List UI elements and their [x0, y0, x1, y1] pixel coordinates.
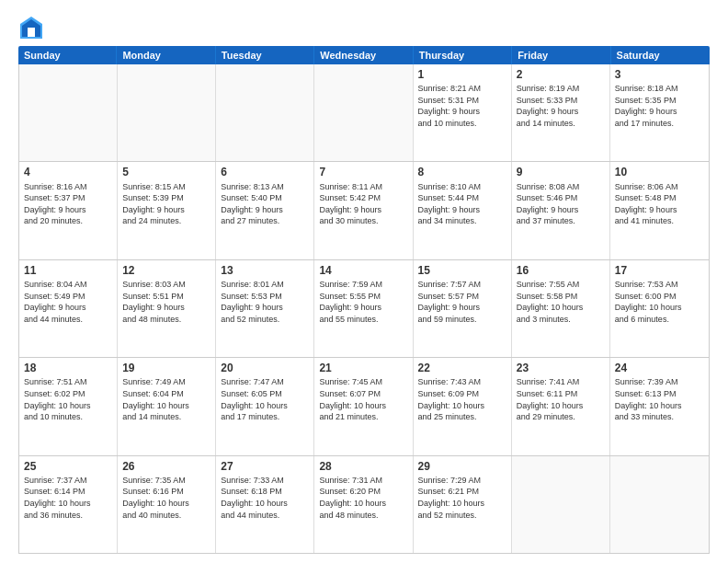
cell-text: Sunrise: 8:04 AM Sunset: 5:49 PM Dayligh…: [24, 279, 112, 325]
cal-header-monday: Monday: [117, 46, 215, 64]
cal-header-thursday: Thursday: [414, 46, 512, 64]
cell-text: Sunrise: 7:45 AM Sunset: 6:07 PM Dayligh…: [319, 376, 407, 422]
cal-header-sunday: Sunday: [18, 46, 117, 64]
day-number: 26: [122, 459, 210, 474]
cal-cell: 16Sunrise: 7:55 AM Sunset: 5:58 PM Dayli…: [512, 260, 610, 357]
day-number: 3: [615, 67, 704, 82]
cell-text: Sunrise: 8:11 AM Sunset: 5:42 PM Dayligh…: [319, 181, 407, 227]
cell-text: Sunrise: 8:16 AM Sunset: 5:37 PM Dayligh…: [24, 181, 112, 227]
cal-header-tuesday: Tuesday: [216, 46, 314, 64]
day-number: 12: [122, 263, 210, 278]
cal-cell: 10Sunrise: 8:06 AM Sunset: 5:48 PM Dayli…: [610, 162, 709, 259]
page: SundayMondayTuesdayWednesdayThursdayFrid…: [0, 0, 728, 563]
cell-text: Sunrise: 7:55 AM Sunset: 5:58 PM Dayligh…: [517, 279, 605, 325]
cal-cell: 26Sunrise: 7:35 AM Sunset: 6:16 PM Dayli…: [118, 456, 216, 553]
cell-text: Sunrise: 8:15 AM Sunset: 5:39 PM Dayligh…: [122, 181, 210, 227]
day-number: 2: [517, 67, 605, 82]
calendar-body: 1Sunrise: 8:21 AM Sunset: 5:31 PM Daylig…: [18, 64, 710, 554]
calendar: SundayMondayTuesdayWednesdayThursdayFrid…: [18, 46, 710, 554]
cell-text: Sunrise: 7:51 AM Sunset: 6:02 PM Dayligh…: [24, 376, 112, 422]
cal-cell: 29Sunrise: 7:29 AM Sunset: 6:21 PM Dayli…: [414, 456, 512, 553]
day-number: 11: [24, 263, 112, 278]
cal-cell: 15Sunrise: 7:57 AM Sunset: 5:57 PM Dayli…: [414, 260, 512, 357]
cal-cell: [610, 456, 709, 553]
cell-text: Sunrise: 8:13 AM Sunset: 5:40 PM Dayligh…: [221, 181, 309, 227]
cal-cell: 1Sunrise: 8:21 AM Sunset: 5:31 PM Daylig…: [414, 64, 512, 161]
day-number: 4: [24, 165, 112, 179]
cell-text: Sunrise: 7:35 AM Sunset: 6:16 PM Dayligh…: [122, 475, 210, 521]
cal-cell: [118, 64, 216, 161]
day-number: 18: [24, 361, 112, 375]
cal-cell: 23Sunrise: 7:41 AM Sunset: 6:11 PM Dayli…: [512, 358, 610, 454]
cal-cell: 5Sunrise: 8:15 AM Sunset: 5:39 PM Daylig…: [118, 162, 216, 259]
logo: [18, 15, 48, 40]
cal-cell: 4Sunrise: 8:16 AM Sunset: 5:37 PM Daylig…: [19, 162, 118, 259]
cal-cell: 20Sunrise: 7:47 AM Sunset: 6:05 PM Dayli…: [216, 358, 314, 454]
cell-text: Sunrise: 8:01 AM Sunset: 5:53 PM Dayligh…: [221, 279, 309, 325]
cal-cell: 14Sunrise: 7:59 AM Sunset: 5:55 PM Dayli…: [314, 260, 413, 357]
cal-week-4: 18Sunrise: 7:51 AM Sunset: 6:02 PM Dayli…: [19, 358, 709, 455]
cell-text: Sunrise: 7:59 AM Sunset: 5:55 PM Dayligh…: [319, 279, 407, 325]
cell-text: Sunrise: 7:31 AM Sunset: 6:20 PM Dayligh…: [319, 475, 407, 521]
cal-week-5: 25Sunrise: 7:37 AM Sunset: 6:14 PM Dayli…: [19, 456, 709, 553]
day-number: 6: [221, 165, 309, 179]
day-number: 20: [221, 361, 309, 375]
cell-text: Sunrise: 8:19 AM Sunset: 5:33 PM Dayligh…: [517, 83, 605, 129]
day-number: 10: [615, 165, 704, 179]
cell-text: Sunrise: 7:37 AM Sunset: 6:14 PM Dayligh…: [24, 475, 112, 521]
day-number: 22: [418, 361, 506, 375]
cal-cell: 6Sunrise: 8:13 AM Sunset: 5:40 PM Daylig…: [216, 162, 314, 259]
cal-cell: 2Sunrise: 8:19 AM Sunset: 5:33 PM Daylig…: [512, 64, 610, 161]
cell-text: Sunrise: 7:57 AM Sunset: 5:57 PM Dayligh…: [418, 279, 506, 325]
cal-cell: 24Sunrise: 7:39 AM Sunset: 6:13 PM Dayli…: [610, 358, 709, 454]
day-number: 27: [221, 459, 309, 474]
day-number: 8: [418, 165, 506, 179]
cell-text: Sunrise: 8:08 AM Sunset: 5:46 PM Dayligh…: [517, 181, 605, 227]
cal-cell: 8Sunrise: 8:10 AM Sunset: 5:44 PM Daylig…: [414, 162, 512, 259]
calendar-header-row: SundayMondayTuesdayWednesdayThursdayFrid…: [18, 46, 710, 64]
day-number: 29: [418, 459, 506, 474]
day-number: 16: [517, 263, 605, 278]
day-number: 5: [122, 165, 210, 179]
day-number: 28: [319, 459, 407, 474]
day-number: 15: [418, 263, 506, 278]
cal-header-friday: Friday: [512, 46, 610, 64]
cell-text: Sunrise: 8:03 AM Sunset: 5:51 PM Dayligh…: [122, 279, 210, 325]
cell-text: Sunrise: 8:10 AM Sunset: 5:44 PM Dayligh…: [418, 181, 506, 227]
cal-cell: 11Sunrise: 8:04 AM Sunset: 5:49 PM Dayli…: [19, 260, 118, 357]
cal-cell: [19, 64, 118, 161]
cell-text: Sunrise: 8:21 AM Sunset: 5:31 PM Dayligh…: [418, 83, 506, 129]
cal-cell: 28Sunrise: 7:31 AM Sunset: 6:20 PM Dayli…: [314, 456, 413, 553]
day-number: 19: [122, 361, 210, 375]
cal-cell: 18Sunrise: 7:51 AM Sunset: 6:02 PM Dayli…: [19, 358, 118, 454]
cell-text: Sunrise: 7:49 AM Sunset: 6:04 PM Dayligh…: [122, 376, 210, 422]
cell-text: Sunrise: 7:29 AM Sunset: 6:21 PM Dayligh…: [418, 475, 506, 521]
cal-cell: 21Sunrise: 7:45 AM Sunset: 6:07 PM Dayli…: [314, 358, 413, 454]
cal-cell: 9Sunrise: 8:08 AM Sunset: 5:46 PM Daylig…: [512, 162, 610, 259]
day-number: 17: [615, 263, 704, 278]
cal-header-saturday: Saturday: [611, 46, 710, 64]
day-number: 13: [221, 263, 309, 278]
day-number: 9: [517, 165, 605, 179]
cal-week-1: 1Sunrise: 8:21 AM Sunset: 5:31 PM Daylig…: [19, 64, 709, 162]
cell-text: Sunrise: 7:39 AM Sunset: 6:13 PM Dayligh…: [615, 376, 704, 422]
cal-cell: 17Sunrise: 7:53 AM Sunset: 6:00 PM Dayli…: [610, 260, 709, 357]
cal-cell: 19Sunrise: 7:49 AM Sunset: 6:04 PM Dayli…: [118, 358, 216, 454]
cal-cell: [216, 64, 314, 161]
cell-text: Sunrise: 8:18 AM Sunset: 5:35 PM Dayligh…: [615, 83, 704, 129]
cal-week-3: 11Sunrise: 8:04 AM Sunset: 5:49 PM Dayli…: [19, 260, 709, 358]
cal-cell: 25Sunrise: 7:37 AM Sunset: 6:14 PM Dayli…: [19, 456, 118, 553]
cell-text: Sunrise: 7:47 AM Sunset: 6:05 PM Dayligh…: [221, 376, 309, 422]
cell-text: Sunrise: 8:06 AM Sunset: 5:48 PM Dayligh…: [615, 181, 704, 227]
cal-cell: 7Sunrise: 8:11 AM Sunset: 5:42 PM Daylig…: [314, 162, 413, 259]
day-number: 25: [24, 459, 112, 474]
cal-week-2: 4Sunrise: 8:16 AM Sunset: 5:37 PM Daylig…: [19, 162, 709, 259]
cal-cell: 27Sunrise: 7:33 AM Sunset: 6:18 PM Dayli…: [216, 456, 314, 553]
day-number: 7: [319, 165, 407, 179]
cell-text: Sunrise: 7:41 AM Sunset: 6:11 PM Dayligh…: [517, 376, 605, 422]
cell-text: Sunrise: 7:53 AM Sunset: 6:00 PM Dayligh…: [615, 279, 704, 325]
day-number: 1: [418, 67, 506, 82]
day-number: 14: [319, 263, 407, 278]
header: [18, 15, 710, 40]
cal-header-wednesday: Wednesday: [314, 46, 413, 64]
